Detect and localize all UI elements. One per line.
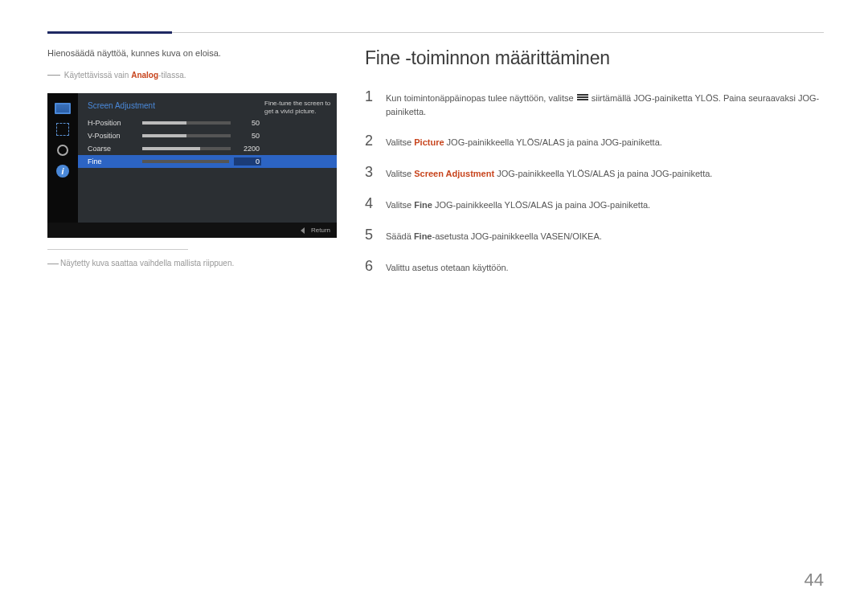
info-icon: i: [54, 164, 72, 178]
menu-icon: [577, 94, 588, 102]
step-number: 1: [365, 88, 386, 105]
intro-text: Hienosäädä näyttöä, kunnes kuva on elois…: [47, 47, 337, 59]
step-text: Kun toimintonäppäinopas tulee näyttöön, …: [386, 92, 824, 118]
disclaimer: ―Näytetty kuva saattaa vaihdella mallist…: [47, 256, 337, 269]
divider: [47, 249, 188, 250]
back-icon: [301, 227, 305, 234]
step-text: Säädä Fine-asetusta JOG-painikkeella VAS…: [386, 230, 602, 243]
page-number: 44: [805, 570, 824, 591]
osd-row-vposition: V-Position50: [78, 129, 337, 142]
osd-row-label: Fine: [88, 157, 142, 166]
frame-icon: [54, 122, 72, 137]
osd-row-value: 0: [234, 157, 261, 166]
section-heading: Fine -toiminnon määrittäminen: [365, 47, 824, 69]
step-text: Valitse Picture JOG-painikkeella YLÖS/AL…: [386, 136, 662, 149]
osd-footer: Return: [47, 223, 337, 238]
osd-hint: Fine-tune the screen to get a vivid pict…: [264, 100, 334, 115]
osd-row-label: Coarse: [88, 145, 142, 153]
step-number: 6: [365, 258, 386, 275]
osd-slider: [142, 147, 231, 150]
step-number: 5: [365, 227, 386, 243]
step-4: 4Valitse Fine JOG-painikkeella YLÖS/ALAS…: [365, 195, 824, 212]
osd-row-value: 2200: [235, 145, 260, 153]
osd-return-label: Return: [311, 227, 330, 234]
step-5: 5Säädä Fine-asetusta JOG-painikkeella VA…: [365, 227, 824, 243]
step-2: 2Valitse Picture JOG-painikkeella YLÖS/A…: [365, 133, 824, 149]
osd-row-hposition: H-Position50: [78, 116, 337, 129]
osd-sidebar: i: [47, 93, 78, 223]
osd-row-coarse: Coarse2200: [78, 142, 337, 155]
osd-row-label: V-Position: [88, 132, 142, 140]
osd-row-label: H-Position: [88, 119, 142, 127]
step-text: Valittu asetus otetaan käyttöön.: [386, 261, 509, 275]
osd-slider: [142, 160, 229, 163]
osd-row-value: 50: [235, 119, 260, 127]
osd-row-fine: Fine0: [78, 155, 337, 168]
step-text: Valitse Screen Adjustment JOG-painikkeel…: [386, 167, 712, 181]
header-rule: [47, 32, 824, 33]
monitor-icon: [54, 101, 72, 116]
step-1: 1Kun toimintonäppäinopas tulee näyttöön,…: [365, 88, 824, 118]
step-number: 2: [365, 133, 386, 149]
step-3: 3Valitse Screen Adjustment JOG-painikkee…: [365, 164, 824, 181]
step-number: 3: [365, 164, 386, 181]
availability-note: ― Käytettävissä vain Analog-tilassa.: [47, 67, 337, 82]
gear-icon: [54, 143, 72, 157]
step-6: 6Valittu asetus otetaan käyttöön.: [365, 258, 824, 275]
step-text: Valitse Fine JOG-painikkeella YLÖS/ALAS …: [386, 198, 650, 212]
osd-slider: [142, 121, 231, 125]
osd-slider: [142, 134, 231, 137]
osd-row-value: 50: [235, 132, 260, 140]
step-number: 4: [365, 195, 386, 212]
osd-screenshot: i Screen Adjustment Fine-tune the screen…: [47, 93, 337, 238]
